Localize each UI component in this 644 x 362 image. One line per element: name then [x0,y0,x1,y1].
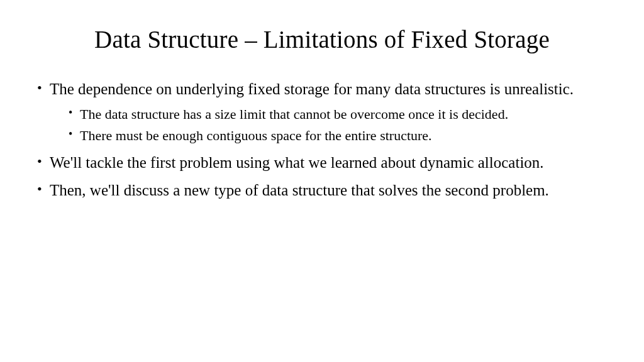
bullet-list: The dependence on underlying fixed stora… [35,80,609,200]
bullet-item: The dependence on underlying fixed stora… [35,80,609,145]
bullet-text: The dependence on underlying fixed stora… [50,80,574,97]
sub-bullet-item: There must be enough contiguous space fo… [67,127,609,145]
sub-bullet-text: There must be enough contiguous space fo… [80,128,432,143]
bullet-item: Then, we'll discuss a new type of data s… [35,181,609,200]
bullet-item: We'll tackle the first problem using wha… [35,153,609,173]
sub-bullet-item: The data structure has a size limit that… [67,106,609,123]
slide-title: Data Structure – Limitations of Fixed St… [35,25,609,53]
bullet-text: We'll tackle the first problem using wha… [50,154,544,171]
slide-content: The dependence on underlying fixed stora… [35,80,609,200]
bullet-text: Then, we'll discuss a new type of data s… [50,182,549,199]
sub-bullet-list: The data structure has a size limit that… [50,106,609,145]
sub-bullet-text: The data structure has a size limit that… [80,106,508,122]
